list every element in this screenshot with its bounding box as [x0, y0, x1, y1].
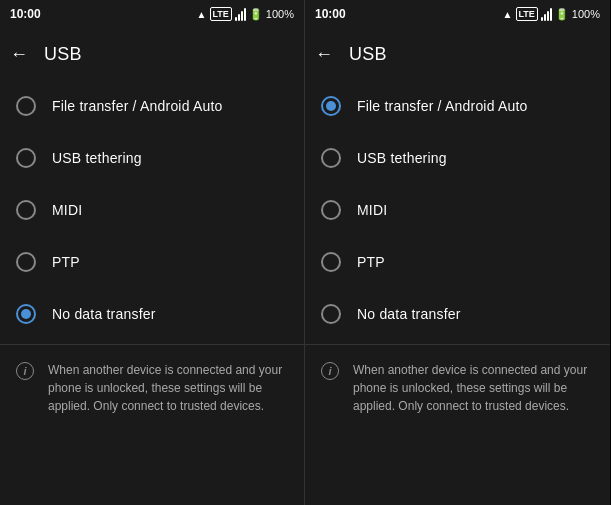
radio-file-transfer[interactable]	[16, 96, 36, 116]
option-file-transfer[interactable]: File transfer / Android Auto	[305, 80, 610, 132]
lte-badge: LTE	[516, 7, 538, 21]
back-button[interactable]: ←	[315, 45, 333, 63]
radio-no-data[interactable]	[16, 304, 36, 324]
wifi-icon: ▲	[503, 9, 513, 20]
radio-file-transfer[interactable]	[321, 96, 341, 116]
status-bar: 10:00 ▲ LTE 🔋 100%	[305, 0, 610, 28]
signal-icon	[235, 8, 246, 21]
option-usb-tethering[interactable]: USB tethering	[305, 132, 610, 184]
radio-inner-file-transfer	[326, 101, 336, 111]
divider	[0, 344, 304, 345]
toolbar: ←USB	[305, 28, 610, 80]
status-time: 10:00	[10, 7, 41, 21]
option-label-usb-tethering: USB tethering	[52, 150, 142, 166]
option-label-midi: MIDI	[52, 202, 82, 218]
option-usb-tethering[interactable]: USB tethering	[0, 132, 304, 184]
lte-badge: LTE	[210, 7, 232, 21]
option-no-data[interactable]: No data transfer	[0, 288, 304, 340]
option-midi[interactable]: MIDI	[305, 184, 610, 236]
options-list: File transfer / Android AutoUSB tetherin…	[305, 80, 610, 505]
signal-icon	[541, 8, 552, 21]
option-label-no-data: No data transfer	[52, 306, 156, 322]
toolbar: ←USB	[0, 28, 304, 80]
option-midi[interactable]: MIDI	[0, 184, 304, 236]
status-right: ▲ LTE 🔋 100%	[503, 7, 600, 21]
page-title: USB	[349, 44, 387, 65]
info-row: iWhen another device is connected and yo…	[305, 349, 610, 427]
info-text: When another device is connected and you…	[48, 361, 288, 415]
radio-usb-tethering[interactable]	[321, 148, 341, 168]
status-bar: 10:00 ▲ LTE 🔋 100%	[0, 0, 304, 28]
radio-no-data[interactable]	[321, 304, 341, 324]
info-text: When another device is connected and you…	[353, 361, 594, 415]
phone-panel-left: 10:00 ▲ LTE 🔋 100% ←USBFile transfer / A…	[0, 0, 305, 505]
phone-panel-right: 10:00 ▲ LTE 🔋 100% ←USBFile transfer / A…	[305, 0, 610, 505]
option-ptp[interactable]: PTP	[305, 236, 610, 288]
battery-icon: 🔋	[249, 8, 263, 21]
option-label-file-transfer: File transfer / Android Auto	[357, 98, 528, 114]
radio-midi[interactable]	[321, 200, 341, 220]
status-time: 10:00	[315, 7, 346, 21]
options-list: File transfer / Android AutoUSB tetherin…	[0, 80, 304, 505]
info-row: iWhen another device is connected and yo…	[0, 349, 304, 427]
back-button[interactable]: ←	[10, 45, 28, 63]
radio-ptp[interactable]	[16, 252, 36, 272]
option-label-no-data: No data transfer	[357, 306, 461, 322]
page-title: USB	[44, 44, 82, 65]
option-no-data[interactable]: No data transfer	[305, 288, 610, 340]
radio-ptp[interactable]	[321, 252, 341, 272]
wifi-icon: ▲	[197, 9, 207, 20]
divider	[305, 344, 610, 345]
radio-midi[interactable]	[16, 200, 36, 220]
option-label-midi: MIDI	[357, 202, 387, 218]
option-label-usb-tethering: USB tethering	[357, 150, 447, 166]
option-file-transfer[interactable]: File transfer / Android Auto	[0, 80, 304, 132]
battery-percent: 100%	[572, 8, 600, 20]
radio-inner-no-data	[21, 309, 31, 319]
option-ptp[interactable]: PTP	[0, 236, 304, 288]
option-label-ptp: PTP	[357, 254, 385, 270]
option-label-file-transfer: File transfer / Android Auto	[52, 98, 223, 114]
option-label-ptp: PTP	[52, 254, 80, 270]
radio-usb-tethering[interactable]	[16, 148, 36, 168]
battery-percent: 100%	[266, 8, 294, 20]
info-icon: i	[16, 362, 34, 380]
battery-icon: 🔋	[555, 8, 569, 21]
status-right: ▲ LTE 🔋 100%	[197, 7, 294, 21]
info-icon: i	[321, 362, 339, 380]
